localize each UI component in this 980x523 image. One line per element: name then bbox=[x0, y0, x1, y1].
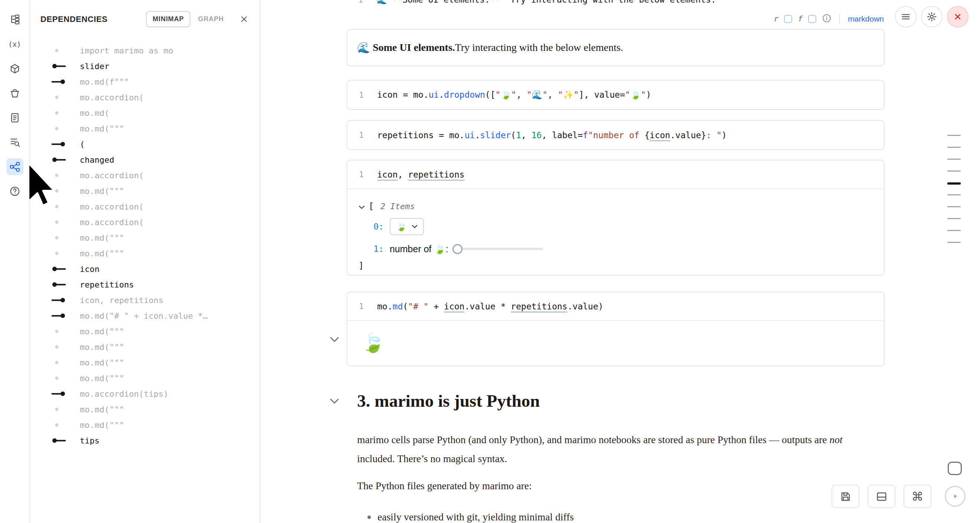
dependency-item[interactable]: import marimo as mo bbox=[30, 43, 259, 58]
file-tree-icon[interactable] bbox=[6, 11, 23, 28]
minimap-dash[interactable] bbox=[947, 171, 961, 172]
dependency-item[interactable]: mo.accordion( bbox=[30, 214, 259, 230]
slider-knob[interactable] bbox=[452, 244, 463, 254]
dependency-item[interactable]: mo.accordion( bbox=[30, 167, 259, 183]
code-token: { bbox=[644, 131, 650, 140]
dependencies-icon[interactable] bbox=[6, 158, 23, 175]
dependency-item[interactable]: mo.accordion( bbox=[30, 89, 259, 105]
minimap-dash[interactable] bbox=[947, 147, 961, 148]
dependency-item[interactable]: mo.md(f""" bbox=[30, 74, 259, 89]
code-line[interactable]: 1 icon, repetitions bbox=[347, 161, 884, 189]
dependency-item[interactable]: mo.md("# " + icon.value *… bbox=[30, 308, 259, 324]
code-line[interactable]: 1 repetitions = mo.ui.slider(1, 16, labe… bbox=[347, 121, 884, 149]
section-collapse-chevron-icon[interactable] bbox=[329, 398, 339, 404]
minimap-dash[interactable] bbox=[947, 182, 961, 185]
dependency-marker-icon bbox=[45, 370, 80, 386]
dependency-item[interactable]: mo.md( bbox=[30, 105, 259, 121]
data-sources-icon[interactable] bbox=[6, 85, 23, 102]
code-token: ], bbox=[579, 90, 594, 100]
dependency-item[interactable]: mo.md(""" bbox=[30, 246, 259, 261]
close-icon bbox=[239, 14, 249, 24]
dependency-item[interactable]: mo.accordion(tips) bbox=[30, 386, 259, 402]
minimap-dash[interactable] bbox=[947, 194, 961, 195]
tab-graph[interactable]: GRAPH bbox=[191, 11, 231, 27]
dependency-item[interactable]: repetitions bbox=[30, 277, 259, 292]
dependency-marker-icon bbox=[45, 417, 80, 433]
dependency-label: slider bbox=[80, 62, 109, 71]
close-bracket: ] bbox=[359, 261, 364, 270]
slider-label: number of 🍃: bbox=[390, 244, 449, 254]
menu-button[interactable] bbox=[895, 6, 916, 27]
dependency-label: icon, repetitions bbox=[80, 296, 163, 305]
dependency-item[interactable]: mo.md(""" bbox=[30, 417, 259, 433]
dropdown-widget[interactable]: 🍃 bbox=[390, 218, 424, 235]
dependency-item[interactable]: icon, repetitions bbox=[30, 292, 259, 308]
packages-icon[interactable] bbox=[6, 60, 23, 77]
raw-toggle-checkbox[interactable] bbox=[784, 15, 792, 23]
dependency-item[interactable]: tips bbox=[30, 433, 259, 448]
markdown-expression-output: 🍃 bbox=[347, 321, 884, 365]
run-button[interactable] bbox=[945, 486, 966, 507]
dependency-item[interactable]: mo.md(""" bbox=[30, 370, 259, 386]
code-token: ) bbox=[722, 131, 727, 140]
close-panel-button[interactable] bbox=[237, 12, 251, 27]
notebook-actions: ⌘ bbox=[832, 485, 931, 508]
code-line[interactable]: 1 mo.md("# " + icon.value * repetitions.… bbox=[347, 292, 884, 321]
tree-collapse-icon[interactable] bbox=[359, 201, 365, 211]
code-token: mo bbox=[377, 301, 388, 311]
code-token: = bbox=[398, 90, 413, 100]
cell-collapse-chevron-icon[interactable] bbox=[329, 336, 339, 343]
dependency-item[interactable]: mo.md(""" bbox=[30, 402, 259, 417]
settings-button[interactable] bbox=[921, 6, 942, 27]
code-token: . bbox=[460, 131, 465, 140]
markdown-editor-clipped[interactable]: 1 🌊 **Some UI elements.** Try interactin… bbox=[347, 0, 885, 6]
shutdown-button[interactable] bbox=[947, 6, 969, 27]
frame-outline-button[interactable] bbox=[945, 459, 964, 478]
dependency-marker-icon bbox=[45, 324, 80, 339]
dependency-item[interactable]: slider bbox=[30, 58, 259, 74]
minimap-dash[interactable] bbox=[947, 242, 961, 243]
markdown-cell-toolbar: r f markdown bbox=[774, 11, 884, 27]
code-content: icon, repetitions bbox=[377, 170, 465, 179]
code-token: "🌊" bbox=[527, 90, 547, 100]
documentation-icon[interactable] bbox=[6, 109, 23, 126]
code-token: value bbox=[469, 301, 495, 311]
minimap-dash[interactable] bbox=[947, 206, 961, 207]
code-token: ui bbox=[465, 131, 475, 140]
dependencies-header: DEPENDENCIES MINIMAP GRAPH bbox=[30, 0, 259, 27]
save-button[interactable] bbox=[832, 485, 859, 508]
command-palette-icon: ⌘ bbox=[912, 491, 924, 502]
minimap-dash[interactable] bbox=[947, 218, 961, 219]
dependency-item[interactable]: mo.md(""" bbox=[30, 121, 259, 136]
dependency-item[interactable]: mo.md(""" bbox=[30, 339, 259, 355]
dependency-item[interactable]: changed bbox=[30, 152, 259, 167]
variables-icon[interactable]: (x) bbox=[6, 36, 23, 53]
dependency-item[interactable]: icon bbox=[30, 261, 259, 277]
logs-search-icon[interactable] bbox=[6, 134, 23, 151]
slider-widget[interactable] bbox=[452, 244, 543, 254]
code-token: "🍃" bbox=[496, 90, 516, 100]
minimap-dash[interactable] bbox=[947, 159, 961, 160]
tab-minimap[interactable]: MINIMAP bbox=[146, 11, 191, 27]
code-token: + bbox=[429, 301, 444, 311]
dependency-item[interactable]: mo.md(""" bbox=[30, 230, 259, 246]
markdown-mode-label[interactable]: markdown bbox=[848, 14, 884, 23]
slider-track[interactable] bbox=[461, 248, 543, 250]
dependency-item[interactable]: mo.md(""" bbox=[30, 355, 259, 370]
command-palette-button[interactable]: ⌘ bbox=[904, 485, 931, 508]
dependency-item[interactable]: mo.md(""" bbox=[30, 183, 259, 199]
code-content: icon = mo.ui.dropdown(["🍃", "🌊", "✨"], v… bbox=[377, 90, 651, 100]
help-icon[interactable] bbox=[6, 183, 23, 200]
raw-toggle-label: r bbox=[774, 14, 779, 23]
info-icon[interactable] bbox=[822, 13, 832, 24]
minimap-dash[interactable] bbox=[947, 230, 961, 231]
dependency-item[interactable]: ( bbox=[30, 136, 259, 152]
code-token: icon bbox=[377, 170, 398, 179]
code-line[interactable]: 1 icon = mo.ui.dropdown(["🍃", "🌊", "✨"],… bbox=[347, 81, 884, 109]
layout-button[interactable] bbox=[867, 485, 896, 508]
dependency-item[interactable]: mo.accordion( bbox=[30, 199, 259, 214]
minimap-dash[interactable] bbox=[947, 135, 961, 136]
code-token: repetitions bbox=[377, 131, 434, 140]
dependency-item[interactable]: mo.md(""" bbox=[30, 324, 259, 339]
fstring-toggle-checkbox[interactable] bbox=[808, 15, 816, 23]
